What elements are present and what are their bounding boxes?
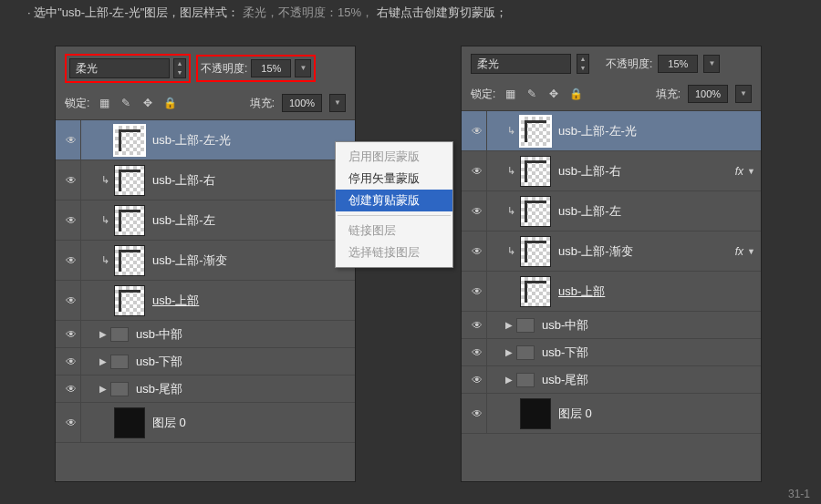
visibility-eye-icon[interactable]: 👁 — [61, 403, 81, 442]
lock-move-icon[interactable]: ✥ — [546, 87, 561, 101]
layer-thumbnail[interactable] — [114, 245, 145, 276]
blend-stepper[interactable]: ▲▼ — [577, 54, 589, 74]
opacity-dropdown[interactable]: ▼ — [295, 59, 311, 77]
visibility-eye-icon[interactable]: 👁 — [61, 160, 81, 200]
disclosure-triangle-icon[interactable]: ▶ — [504, 375, 514, 385]
layer-thumbnail[interactable] — [520, 196, 551, 227]
disclosure-triangle-icon[interactable]: ▶ — [504, 347, 514, 357]
visibility-eye-icon[interactable]: 👁 — [467, 111, 487, 150]
disclosure-triangle-icon[interactable]: ▶ — [504, 320, 514, 330]
blend-mode-select[interactable]: 柔光 — [69, 58, 170, 78]
opacity-value[interactable]: 15% — [658, 55, 698, 73]
layer-thumbnail[interactable] — [520, 276, 551, 307]
fx-chevron-icon[interactable]: ▼ — [747, 167, 755, 176]
fx-badge[interactable]: fx — [735, 245, 743, 258]
layer-row[interactable]: 👁▶usb-下部 — [56, 348, 355, 375]
visibility-eye-icon[interactable]: 👁 — [467, 366, 487, 393]
disclosure-triangle-icon[interactable]: ▶ — [98, 384, 109, 394]
lock-all-icon[interactable]: 🔒 — [568, 87, 583, 101]
layer-thumbnail[interactable] — [520, 398, 551, 429]
layer-row[interactable]: 👁▶usb-下部 — [462, 339, 761, 366]
layer-name[interactable]: usb-上部-右 — [558, 163, 735, 180]
visibility-eye-icon[interactable]: 👁 — [61, 241, 81, 280]
fill-dropdown[interactable]: ▼ — [329, 94, 346, 112]
layer-thumbnail[interactable] — [114, 205, 145, 236]
layer-name[interactable]: usb-上部-左-光 — [558, 123, 761, 139]
layer-name[interactable]: usb-下部 — [136, 354, 355, 370]
layer-name[interactable]: usb-上部-左 — [152, 212, 355, 229]
layer-row[interactable]: 👁usb-上部 — [56, 281, 355, 321]
layer-name[interactable]: usb-上部-渐变 — [152, 252, 355, 269]
menu-item[interactable]: 创建剪贴蒙版 — [336, 190, 452, 211]
layer-row[interactable]: 👁图层 0 — [56, 403, 355, 443]
visibility-eye-icon[interactable]: 👁 — [61, 375, 81, 402]
fx-chevron-icon[interactable]: ▼ — [747, 247, 755, 256]
lock-transparent-icon[interactable]: ▦ — [503, 87, 517, 101]
layer-thumbnail[interactable] — [114, 165, 145, 196]
layer-name[interactable]: usb-上部-左 — [558, 203, 761, 220]
layer-row[interactable]: 👁usb-上部-左-光 — [56, 120, 355, 160]
lock-brush-icon[interactable]: ✎ — [525, 87, 539, 101]
layer-row[interactable]: 👁▶usb-尾部 — [462, 366, 761, 394]
fill-value[interactable]: 100% — [688, 85, 728, 103]
layer-row[interactable]: 👁▶usb-中部 — [56, 321, 355, 348]
visibility-eye-icon[interactable]: 👁 — [467, 394, 487, 433]
layer-name[interactable]: usb-上部-渐变 — [558, 243, 735, 260]
layer-thumbnail[interactable] — [520, 156, 551, 187]
blend-mode-select[interactable]: 柔光 — [471, 54, 571, 74]
visibility-eye-icon[interactable]: 👁 — [467, 312, 487, 338]
disclosure-triangle-icon[interactable]: ▶ — [98, 356, 109, 366]
fx-badge[interactable]: fx — [735, 165, 743, 178]
layer-name[interactable]: 图层 0 — [152, 415, 355, 431]
layer-name[interactable]: usb-上部-左-光 — [152, 132, 355, 149]
visibility-eye-icon[interactable]: 👁 — [61, 321, 81, 347]
layer-row[interactable]: 👁↳usb-上部-渐变 — [56, 241, 355, 281]
lock-brush-icon[interactable]: ✎ — [119, 96, 133, 110]
fill-dropdown[interactable]: ▼ — [735, 85, 752, 103]
opacity-value[interactable]: 15% — [251, 59, 291, 77]
visibility-eye-icon[interactable]: 👁 — [61, 348, 81, 375]
opacity-dropdown[interactable]: ▼ — [703, 55, 720, 73]
layer-row[interactable]: 👁图层 0 — [462, 394, 761, 434]
visibility-eye-icon[interactable]: 👁 — [61, 281, 81, 320]
fill-value[interactable]: 100% — [282, 94, 322, 112]
disclosure-triangle-icon[interactable]: ▶ — [98, 329, 109, 339]
lock-all-icon[interactable]: 🔒 — [162, 96, 177, 110]
layer-name[interactable]: usb-上部 — [558, 283, 761, 300]
visibility-eye-icon[interactable]: 👁 — [467, 191, 487, 231]
layer-name[interactable]: usb-尾部 — [136, 381, 355, 397]
visibility-eye-icon[interactable]: 👁 — [467, 151, 487, 190]
layer-name[interactable]: usb-上部 — [152, 293, 355, 309]
layer-name[interactable]: usb-下部 — [542, 345, 761, 361]
layer-row[interactable]: 👁↳usb-上部-渐变fx▼ — [462, 231, 761, 272]
layer-name[interactable]: usb-中部 — [136, 326, 355, 343]
blend-stepper[interactable]: ▲▼ — [173, 58, 186, 78]
layer-row[interactable]: 👁↳usb-上部-左 — [56, 201, 355, 241]
layers-panel-right: 柔光 ▲▼ 不透明度: 15% ▼ 锁定: ▦ ✎ ✥ 🔒 填充: 100% ▼… — [461, 46, 762, 482]
clip-indicator-icon: ↳ — [98, 254, 112, 266]
visibility-eye-icon[interactable]: 👁 — [467, 272, 487, 311]
lock-move-icon[interactable]: ✥ — [140, 96, 155, 110]
visibility-eye-icon[interactable]: 👁 — [61, 120, 81, 159]
layer-row[interactable]: 👁↳usb-上部-左 — [462, 191, 761, 231]
layer-row[interactable]: 👁▶usb-中部 — [462, 312, 761, 339]
layer-row[interactable]: 👁↳usb-上部-右 — [56, 160, 355, 201]
visibility-eye-icon[interactable]: 👁 — [467, 339, 487, 365]
lock-transparent-icon[interactable]: ▦ — [97, 96, 111, 110]
layer-name[interactable]: usb-上部-右 — [152, 172, 355, 189]
layer-thumbnail[interactable] — [520, 236, 551, 267]
layer-name[interactable]: usb-尾部 — [542, 372, 761, 388]
layer-row[interactable]: 👁usb-上部 — [462, 272, 761, 312]
visibility-eye-icon[interactable]: 👁 — [467, 231, 487, 271]
layer-row[interactable]: 👁▶usb-尾部 — [56, 375, 355, 403]
layer-thumbnail[interactable] — [114, 125, 145, 156]
layer-name[interactable]: usb-中部 — [542, 317, 761, 334]
layer-thumbnail[interactable] — [520, 116, 551, 147]
layer-thumbnail[interactable] — [114, 407, 145, 438]
layer-thumbnail[interactable] — [114, 285, 145, 316]
layer-row[interactable]: 👁↳usb-上部-左-光 — [462, 111, 761, 151]
layer-row[interactable]: 👁↳usb-上部-右fx▼ — [462, 151, 761, 191]
layer-name[interactable]: 图层 0 — [558, 406, 761, 422]
visibility-eye-icon[interactable]: 👁 — [61, 201, 81, 240]
menu-item[interactable]: 停用矢量蒙版 — [336, 168, 452, 190]
